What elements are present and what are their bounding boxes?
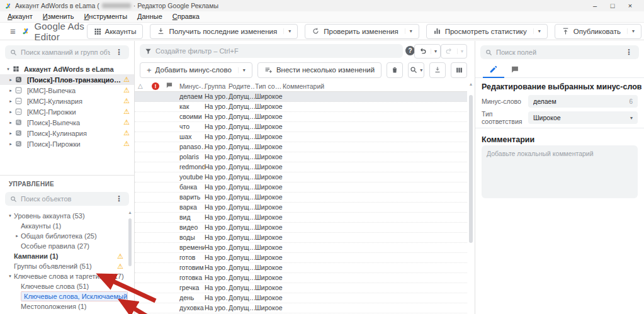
- expand-icon[interactable]: ▾: [6, 274, 14, 279]
- more-options-icon[interactable]: ⋮: [624, 48, 634, 57]
- management-item[interactable]: Ключевые слова (51): [0, 281, 128, 291]
- management-item[interactable]: Особые правила (27): [0, 241, 128, 251]
- chevron-down-icon[interactable]: ▾: [630, 115, 633, 121]
- expand-icon[interactable]: ▾: [6, 213, 14, 218]
- keyword-input[interactable]: [533, 98, 625, 105]
- get-recent-changes-button[interactable]: Получить последние изменения ▾: [150, 24, 298, 39]
- table-scrollbar[interactable]: ▴: [468, 81, 474, 314]
- menu-account[interactable]: Аккаунт: [3, 11, 38, 22]
- match-type-select[interactable]: Широкое ▾: [528, 111, 638, 124]
- management-item[interactable]: ▾Ключевые слова и таргетинг (617): [0, 271, 128, 281]
- sidebar-scrollbar[interactable]: ▴: [127, 210, 133, 215]
- management-item[interactable]: ▾Уровень аккаунта (53): [0, 211, 128, 221]
- table-row[interactable]: шахНа уро…Допущ…Широкое: [135, 132, 467, 142]
- expand-icon[interactable]: ▸: [6, 142, 15, 147]
- scroll-up-icon[interactable]: ▴: [127, 210, 133, 215]
- warning-column-icon[interactable]: △: [138, 82, 152, 89]
- column-header-parent[interactable]: Родите…: [229, 82, 255, 90]
- redo-history-chevron-icon[interactable]: ▾: [457, 48, 466, 54]
- table-row[interactable]: банкаНа уро…Допущ…Широкое: [135, 182, 467, 193]
- object-search-input[interactable]: [21, 195, 110, 203]
- publish-button[interactable]: Опубликовать ▾: [555, 24, 641, 39]
- scroll-up-icon[interactable]: ▴: [468, 81, 474, 87]
- expand-icon[interactable]: ▸: [6, 120, 15, 125]
- minimize-icon[interactable]: –: [586, 0, 604, 11]
- campaign-item[interactable]: ▸[КМС]-Кулинария⚠: [0, 96, 134, 106]
- maximize-icon[interactable]: □: [604, 0, 621, 11]
- chevron-down-icon[interactable]: ▾: [405, 28, 412, 34]
- table-row[interactable]: чтоНа уро…Допущ…Широкое: [135, 122, 467, 132]
- scrollbar-thumb[interactable]: [128, 218, 132, 266]
- management-item[interactable]: Местоположения (1): [0, 301, 128, 311]
- filter-box[interactable]: [140, 44, 403, 58]
- table-row[interactable]: видеоНа уро…Допущ…Широкое: [135, 223, 467, 233]
- campaign-item[interactable]: ▸[Поиск]-Пирожки⚠: [0, 138, 134, 149]
- collapse-icon[interactable]: ▾: [4, 67, 13, 72]
- management-item[interactable]: Кампании (1)⚠: [0, 251, 128, 261]
- account-root-item[interactable]: ▾ Аккаунт AdWords в eLama: [0, 64, 134, 74]
- view-statistics-button[interactable]: Просмотреть статистику ▾: [426, 24, 548, 39]
- column-header-comment[interactable]: Комментарий: [283, 82, 467, 90]
- menu-help[interactable]: Справка: [167, 11, 205, 22]
- expand-icon[interactable]: ▸: [13, 233, 21, 238]
- comment-column-icon[interactable]: [166, 82, 179, 90]
- table-row[interactable]: какНа уро…Допущ…Широкое: [135, 102, 467, 112]
- table-row[interactable]: panaso…На уро…Допущ…Широкое: [135, 142, 467, 152]
- add-negative-keyword-button[interactable]: + Добавить минус-слово ▾: [140, 62, 252, 78]
- chevron-down-icon[interactable]: ▾: [283, 28, 291, 34]
- table-row[interactable]: готовкаНа уро…Допущ…Широкое: [135, 273, 467, 283]
- undo-icon[interactable]: [415, 47, 431, 55]
- campaign-search-box[interactable]: ⋮: [5, 45, 129, 59]
- table-row[interactable]: готовимНа уро…Допущ…Широкое: [135, 263, 467, 273]
- table-row[interactable]: готовНа уро…Допущ…Широкое: [135, 253, 467, 263]
- tab-edit[interactable]: [483, 62, 504, 78]
- management-item[interactable]: ▸Общая библиотека (25): [0, 231, 128, 241]
- table-row[interactable]: времениНа уро…Допущ…Широкое: [135, 243, 467, 253]
- campaign-item[interactable]: ▸[Поиск]-Выпечка⚠: [0, 117, 134, 128]
- more-options-icon[interactable]: ⋮: [114, 48, 124, 57]
- chevron-down-icon[interactable]: ▾: [420, 67, 422, 73]
- tab-comments[interactable]: [504, 62, 526, 78]
- find-replace-button[interactable]: ▾: [408, 62, 424, 78]
- chevron-down-icon[interactable]: ▾: [533, 28, 541, 34]
- management-item[interactable]: Аккаунты (1): [0, 221, 128, 231]
- field-search-box[interactable]: ⋮: [480, 45, 639, 59]
- table-row[interactable]: видНа уро…Допущ…Широкое: [135, 213, 467, 223]
- table-row[interactable]: варитьНа уро…Допущ…Широкое: [135, 193, 467, 203]
- expand-icon[interactable]: ▸: [6, 88, 15, 93]
- campaign-search-input[interactable]: [21, 48, 110, 56]
- keyword-field[interactable]: 6: [528, 95, 638, 108]
- table-row[interactable]: делаемНа уро…Допущ…Широкое: [135, 92, 467, 102]
- menu-tools[interactable]: Инструменты: [79, 11, 132, 22]
- menu-data[interactable]: Данные: [132, 11, 167, 22]
- campaign-item[interactable]: ▸[КМС]-Выпечка⚠: [0, 85, 134, 96]
- error-column-icon[interactable]: !: [152, 82, 159, 90]
- table-row[interactable]: деньНа уро…Допущ…Широкое: [135, 293, 467, 303]
- delete-button[interactable]: [387, 62, 403, 78]
- management-item[interactable]: Группы объявлений (51)⚠: [0, 261, 128, 271]
- expand-icon[interactable]: ▸: [6, 77, 15, 82]
- accounts-button[interactable]: Аккаунты: [87, 24, 144, 39]
- campaign-item[interactable]: ▸[Поиск]-Плов-транзакционные⚠: [0, 74, 134, 85]
- chevron-down-icon[interactable]: ▾: [238, 67, 246, 73]
- column-header-match-type[interactable]: Тип со…: [255, 82, 283, 90]
- field-search-input[interactable]: [496, 48, 620, 56]
- campaign-item[interactable]: ▸[КМС]-Пирожки⚠: [0, 106, 134, 117]
- table-row[interactable]: redmondНа уро…Допущ…Широкое: [135, 162, 467, 172]
- object-search-box[interactable]: ⋮: [5, 192, 129, 206]
- expand-icon[interactable]: ▸: [6, 109, 15, 115]
- export-button[interactable]: [429, 62, 446, 78]
- table-row[interactable]: варкаНа уро…Допущ…Широкое: [135, 203, 467, 213]
- help-icon[interactable]: ?: [405, 46, 415, 55]
- column-header-group[interactable]: Группа …: [205, 82, 229, 90]
- table-row[interactable]: духовкаНа уро…Допущ…Широкое: [135, 303, 467, 313]
- column-header-keyword[interactable]: Минус-…: [179, 82, 205, 90]
- more-options-icon[interactable]: ⋮: [114, 194, 124, 203]
- management-item[interactable]: Ключевые слова, Исключаемый критерий: [0, 291, 128, 301]
- check-changes-button[interactable]: Проверить изменения ▾: [305, 24, 419, 39]
- table-row[interactable]: своимиНа уро…Допущ…Широкое: [135, 112, 467, 122]
- expand-icon[interactable]: ▸: [6, 99, 15, 104]
- bulk-edit-button[interactable]: Внести несколько изменений: [257, 62, 381, 78]
- comment-textarea[interactable]: [482, 145, 638, 198]
- table-row[interactable]: youtubeНа уро…Допущ…Широкое: [135, 172, 467, 182]
